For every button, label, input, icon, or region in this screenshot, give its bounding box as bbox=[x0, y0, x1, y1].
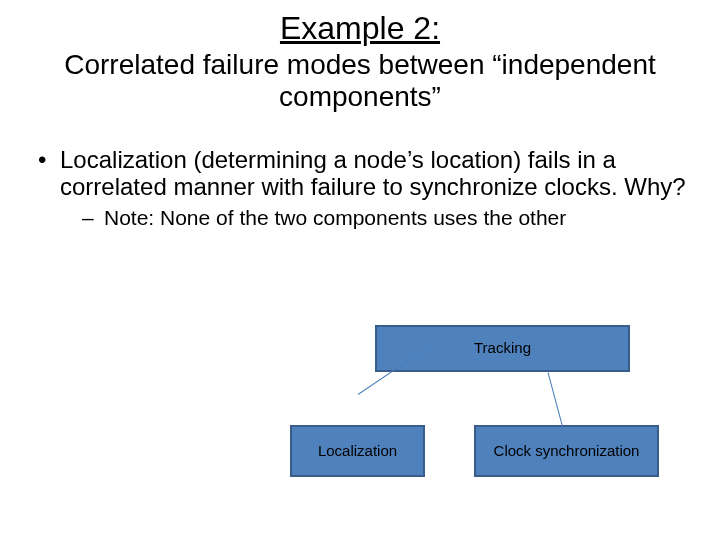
slide: Example 2: Correlated failure modes betw… bbox=[0, 0, 720, 540]
title-line-2: Correlated failure modes between “indepe… bbox=[30, 49, 690, 113]
diagram-box-localization: Localization bbox=[290, 425, 425, 477]
bullet-1: Localization (determining a node’s locat… bbox=[60, 147, 690, 229]
diagram-box-tracking-label: Tracking bbox=[474, 340, 531, 357]
slide-title: Example 2: Correlated failure modes betw… bbox=[30, 10, 690, 113]
bullet-1-sub-1-text: Note: None of the two components uses th… bbox=[104, 206, 566, 229]
diagram-connector-right bbox=[548, 372, 564, 430]
bullet-1-sub-1: Note: None of the two components uses th… bbox=[104, 206, 690, 229]
bullet-1-text: Localization (determining a node’s locat… bbox=[60, 146, 686, 199]
diagram-box-localization-label: Localization bbox=[318, 443, 397, 460]
diagram-box-clock-sync-label: Clock synchronization bbox=[494, 443, 640, 460]
diagram-box-tracking: Tracking bbox=[375, 325, 630, 372]
diagram-box-clock-sync: Clock synchronization bbox=[474, 425, 659, 477]
slide-body: Localization (determining a node’s locat… bbox=[30, 147, 690, 229]
title-line-1: Example 2: bbox=[30, 10, 690, 47]
diagram-connector-left bbox=[358, 344, 433, 395]
